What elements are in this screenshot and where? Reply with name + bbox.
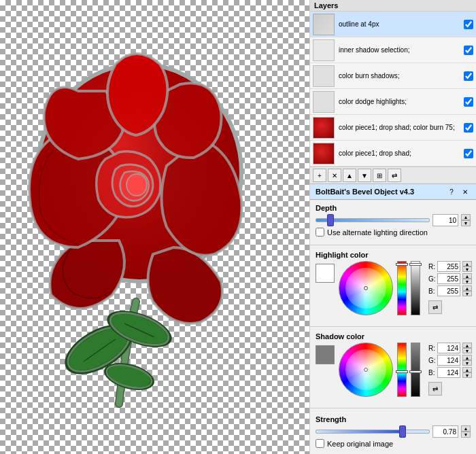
strength-label: Strength [316,415,471,423]
layer-thumb-5 [313,117,335,139]
shadow-b-up[interactable]: ▲ [462,367,472,372]
depth-slider-row: 10 ▲ ▼ [316,214,471,226]
highlight-brightness-slider[interactable] [411,261,420,315]
layers-up-button[interactable]: ▲ [343,169,356,182]
shadow-hue-thumb [396,370,408,373]
shadow-color-wheel[interactable] [339,343,393,397]
layers-new-button[interactable]: + [313,169,326,182]
shadow-b-row: B: ▲ ▼ [428,367,472,378]
layer-item-4[interactable]: color dodge highlights; [310,89,476,115]
keep-original-checkbox[interactable] [316,439,324,448]
highlight-g-label: G: [428,275,435,283]
rose-image [10,37,269,417]
keep-original-label: Keep original image [327,440,393,448]
shadow-g-row: G: ▲ ▼ [428,355,472,366]
keep-original-row: Keep original image [310,439,476,452]
layers-down-button[interactable]: ▼ [358,169,371,182]
depth-up-button[interactable]: ▲ [461,214,471,220]
layers-delete-button[interactable]: ✕ [328,169,341,182]
layer-check-6[interactable] [464,149,473,158]
layers-link-button[interactable]: ⇄ [388,169,401,182]
shadow-g-up[interactable]: ▲ [462,355,472,360]
highlight-g-up[interactable]: ▲ [462,273,472,279]
layer-thumb-4 [313,91,335,113]
shadow-r-label: R: [428,345,435,352]
highlight-color-wheel[interactable] [339,261,393,315]
layers-title: Layers [314,1,338,10]
bevel-header: BoltBait's Bevel Object v4.3 ? ✕ [310,184,476,200]
layers-toolbar: + ✕ ▲ ▼ ⊞ ⇄ [310,167,476,184]
bevel-help-button[interactable]: ? [446,186,457,197]
depth-value-input[interactable]: 10 [432,214,458,226]
shadow-b-input[interactable] [437,367,460,378]
layer-check-1[interactable] [464,20,473,29]
strength-value-input[interactable]: 0.78 [432,425,458,438]
shadow-r-down[interactable]: ▼ [462,348,472,353]
layer-check-3[interactable] [464,71,473,81]
highlight-b-up[interactable]: ▲ [462,285,472,291]
right-panel: Layers outline at 4px inner shadow selec… [309,0,476,454]
shadow-section: Shadow color R [310,330,476,405]
shadow-hue-slider[interactable] [397,343,407,397]
highlight-r-row: R: ▲ ▼ [428,261,472,272]
highlight-b-input[interactable] [437,285,460,296]
shadow-swatch[interactable] [316,345,335,364]
layers-merge-button[interactable]: ⊞ [373,169,386,182]
layer-name-5: color piece1; drop shad; color burn 75; [339,123,461,132]
shadow-r-input[interactable] [437,343,460,353]
shadow-brightness-slider[interactable] [411,343,420,397]
alternate-lighting-checkbox[interactable] [316,228,324,237]
shadow-rgb-fields: R: ▲ ▼ G: ▲ ▼ [428,343,472,396]
highlight-arrow-button[interactable]: ⇄ [428,300,442,314]
layer-thumb-6 [313,143,335,164]
strength-slider-row: 0.78 ▲ ▼ [316,425,471,438]
shadow-b-spinner: ▲ ▼ [462,367,472,378]
highlight-b-spinner: ▲ ▼ [462,285,472,296]
strength-down-button[interactable]: ▼ [461,432,471,438]
highlight-b-down[interactable]: ▼ [462,291,472,296]
highlight-r-input[interactable] [437,261,460,272]
shadow-r-spinner: ▲ ▼ [462,343,472,353]
highlight-g-spinner: ▲ ▼ [462,273,472,284]
shadow-color-row: R: ▲ ▼ G: ▲ ▼ [316,343,471,397]
highlight-r-spinner: ▲ ▼ [462,261,472,272]
highlight-color-row: R: ▲ ▼ G: ▲ ▼ [316,261,471,315]
bevel-close-button[interactable]: ✕ [460,186,471,197]
shadow-arrow-button[interactable]: ⇄ [428,382,442,396]
depth-down-button[interactable]: ▼ [461,220,471,226]
strength-section: Strength 0.78 ▲ ▼ [310,411,476,442]
shadow-r-up[interactable]: ▲ [462,343,472,348]
highlight-g-input[interactable] [437,273,460,284]
shadow-g-spinner: ▲ ▼ [462,355,472,366]
layer-check-4[interactable] [464,97,473,107]
layer-name-3: color burn shadows; [339,71,461,80]
strength-slider[interactable] [316,430,430,434]
highlight-rgb-fields: R: ▲ ▼ G: ▲ ▼ [428,261,472,314]
layer-check-5[interactable] [464,123,473,133]
layer-item-1[interactable]: outline at 4px [310,12,476,37]
layer-item-6[interactable]: color piece1; drop shad; [310,141,476,167]
strength-up-button[interactable]: ▲ [461,425,471,432]
layer-item-3[interactable]: color burn shadows; [310,63,476,89]
highlight-g-down[interactable]: ▼ [462,279,472,284]
layer-item-5[interactable]: color piece1; drop shad; color burn 75; [310,115,476,141]
shadow-r-row: R: ▲ ▼ [428,343,472,353]
layer-name-6: color piece1; drop shad; [339,149,461,158]
highlight-r-up[interactable]: ▲ [462,261,472,266]
shadow-b-down[interactable]: ▼ [462,372,472,378]
svg-point-14 [44,71,235,275]
highlight-swatch[interactable] [316,264,335,283]
shadow-g-down[interactable]: ▼ [462,360,472,366]
shadow-g-input[interactable] [437,355,460,366]
alternate-lighting-row: Use alternate lighting direction [310,228,476,241]
layer-item-2[interactable]: inner shadow selection; [310,37,476,63]
layer-check-2[interactable] [464,46,473,55]
highlight-wheel-ring [339,261,393,315]
shadow-wheel-ring [339,343,393,397]
highlight-hue-slider[interactable] [397,261,407,315]
depth-slider[interactable] [316,218,430,222]
highlight-r-down[interactable]: ▼ [462,266,472,272]
shadow-label: Shadow color [316,332,471,340]
layer-thumb-1 [313,14,335,35]
bevel-title: BoltBait's Bevel Object v4.3 [316,188,414,196]
